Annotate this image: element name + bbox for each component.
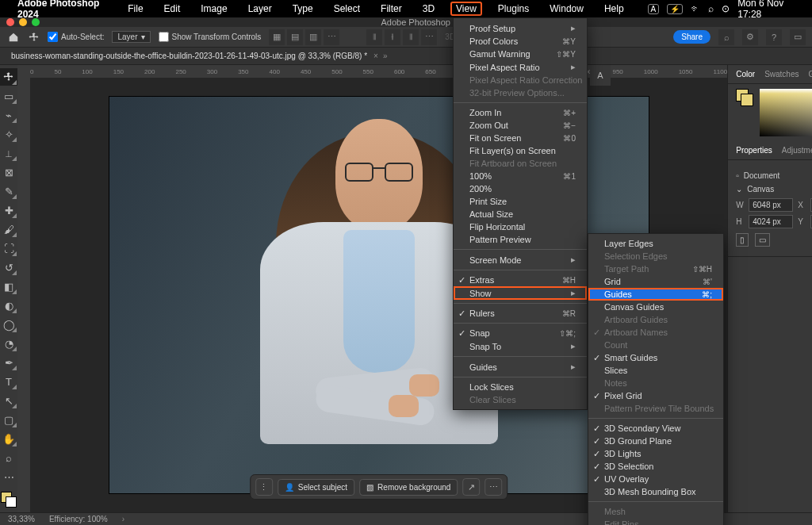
transform-icon[interactable]: ↗ bbox=[462, 478, 480, 496]
menu-item-pattern-preview[interactable]: Pattern Preview bbox=[454, 233, 587, 246]
dodge-tool-icon[interactable]: ◔ bbox=[0, 335, 17, 352]
menu-item-3d-ground-plane[interactable]: ✓3D Ground Plane bbox=[588, 435, 723, 447]
orientation-portrait-icon[interactable]: ▯ bbox=[736, 233, 749, 247]
tab-properties[interactable]: Properties bbox=[736, 146, 772, 155]
menu-item-flip-horizontal[interactable]: Flip Horizontal bbox=[454, 220, 587, 233]
menu-item-show[interactable]: Show▸ bbox=[454, 286, 587, 300]
menu-item-3d-mesh-bounding-box[interactable]: 3D Mesh Bounding Box bbox=[588, 485, 723, 498]
menubar-item-layer[interactable]: Layer bbox=[243, 2, 277, 15]
menu-item-smart-guides[interactable]: ✓Smart Guides bbox=[588, 351, 723, 364]
shape-tool-icon[interactable]: ▢ bbox=[0, 411, 17, 428]
panel-menu-icon[interactable]: ▭ bbox=[790, 29, 806, 45]
auto-select-checkbox[interactable]: Auto-Select: bbox=[48, 32, 104, 42]
height-input[interactable] bbox=[749, 215, 793, 228]
menu-item-100-[interactable]: 100%⌘1 bbox=[454, 170, 587, 182]
canvas-section[interactable]: ⌄ Canvas bbox=[736, 185, 812, 194]
menubar-item-view[interactable]: View bbox=[450, 2, 482, 16]
menubar-item-plugins[interactable]: Plugins bbox=[493, 2, 534, 15]
spotlight-icon[interactable]: ⌕ bbox=[708, 3, 714, 14]
more-icon[interactable]: ⋯ bbox=[485, 478, 502, 496]
zoom-level[interactable]: 33,33% bbox=[8, 515, 35, 523]
eraser-tool-icon[interactable]: ◧ bbox=[0, 278, 17, 295]
control-center-icon[interactable]: ⊙ bbox=[722, 3, 730, 14]
menu-item-proof-setup[interactable]: Proof Setup▸ bbox=[454, 21, 587, 35]
menu-item-grid[interactable]: Grid⌘' bbox=[588, 275, 723, 288]
color-swatch[interactable] bbox=[736, 89, 753, 106]
menu-item-extras[interactable]: ✓Extras⌘H bbox=[454, 274, 587, 286]
distribute-icon[interactable]: ⫲ bbox=[385, 29, 400, 45]
menubar-item-window[interactable]: Window bbox=[545, 2, 588, 15]
input-source-icon[interactable]: A bbox=[648, 4, 660, 14]
menu-item-gamut-warning[interactable]: Gamut Warning⇧⌘Y bbox=[454, 48, 587, 60]
gradient-tool-icon[interactable]: ◐ bbox=[0, 297, 17, 314]
menubar-item-filter[interactable]: Filter bbox=[376, 2, 407, 15]
crop-tool-icon[interactable]: ⟂ bbox=[0, 144, 17, 162]
menu-item-3d-selection[interactable]: ✓3D Selection bbox=[588, 460, 723, 473]
remove-background-button[interactable]: ▧ Remove background bbox=[359, 479, 458, 496]
help-icon[interactable]: ? bbox=[766, 29, 782, 45]
menu-item-200-[interactable]: 200% bbox=[454, 182, 587, 195]
wand-tool-icon[interactable]: ✧ bbox=[0, 125, 17, 143]
wifi-icon[interactable]: ᯤ bbox=[691, 3, 700, 14]
menu-item-3d-lights[interactable]: ✓3D Lights bbox=[588, 447, 723, 460]
tab-swatches[interactable]: Swatches bbox=[764, 70, 799, 79]
menu-item-proof-colors[interactable]: Proof Colors⌘Y bbox=[454, 35, 587, 48]
tab-adjustments[interactable]: Adjustments bbox=[782, 146, 812, 155]
blur-tool-icon[interactable]: ◯ bbox=[0, 316, 17, 333]
menu-item-actual-size[interactable]: Actual Size bbox=[454, 208, 587, 220]
move-tool-icon[interactable] bbox=[0, 68, 17, 86]
menu-item-fit-layer-s-on-screen[interactable]: Fit Layer(s) on Screen bbox=[454, 144, 587, 157]
show-transform-checkbox[interactable]: Show Transform Controls bbox=[159, 32, 262, 42]
distribute-icon[interactable]: ⋯ bbox=[421, 29, 437, 45]
menubar-item-file[interactable]: File bbox=[123, 2, 147, 15]
distribute-icon[interactable]: ⫴ bbox=[366, 29, 382, 45]
menubar-item-edit[interactable]: Edit bbox=[159, 2, 186, 15]
menu-item-layer-edges[interactable]: Layer Edges bbox=[588, 237, 723, 250]
workspace-icon[interactable]: ⚙ bbox=[742, 29, 758, 45]
orientation-landscape-icon[interactable]: ▭ bbox=[755, 233, 770, 247]
path-tool-icon[interactable]: ↖ bbox=[0, 392, 17, 409]
stamp-tool-icon[interactable]: ⛶ bbox=[0, 240, 17, 257]
menubar-item-3d[interactable]: 3D bbox=[418, 2, 439, 15]
menu-item-guides[interactable]: Guides▸ bbox=[454, 360, 587, 374]
menu-item-rulers[interactable]: ✓Rulers⌘R bbox=[454, 307, 587, 320]
menu-item-uv-overlay[interactable]: ✓UV Overlay bbox=[588, 473, 723, 485]
select-subject-button[interactable]: 👤 Select subject bbox=[278, 479, 354, 496]
menu-item-zoom-out[interactable]: Zoom Out⌘− bbox=[454, 119, 587, 132]
menu-item-zoom-in[interactable]: Zoom In⌘+ bbox=[454, 106, 587, 119]
menu-item-snap[interactable]: ✓Snap⇧⌘; bbox=[454, 327, 587, 339]
menubar-item-type[interactable]: Type bbox=[288, 2, 318, 15]
lasso-tool-icon[interactable]: ⌁ bbox=[0, 106, 17, 124]
drag-handle-icon[interactable]: ⋮ bbox=[255, 478, 273, 496]
traffic-lights[interactable] bbox=[6, 18, 40, 26]
menu-item-canvas-guides[interactable]: Canvas Guides bbox=[588, 301, 723, 313]
eyedropper-tool-icon[interactable]: ✎ bbox=[0, 182, 17, 200]
tab-color[interactable]: Color bbox=[736, 70, 755, 79]
hand-tool-icon[interactable]: ✋ bbox=[0, 430, 17, 447]
tab-gradients[interactable]: Gradients bbox=[808, 70, 812, 79]
menu-item-fit-on-screen[interactable]: Fit on Screen⌘0 bbox=[454, 132, 587, 144]
distribute-icon[interactable]: ⫴ bbox=[403, 29, 419, 45]
menubar-item-select[interactable]: Select bbox=[329, 2, 365, 15]
menu-item-lock-slices[interactable]: Lock Slices bbox=[454, 381, 587, 393]
zoom-tool-icon[interactable]: ⌕ bbox=[0, 449, 17, 466]
history-brush-tool-icon[interactable]: ↺ bbox=[0, 259, 17, 276]
frame-tool-icon[interactable]: ⊠ bbox=[0, 163, 17, 181]
pen-tool-icon[interactable]: ✒ bbox=[0, 354, 17, 371]
color-swatch-tool[interactable] bbox=[1, 492, 17, 508]
menu-item-pixel-aspect-ratio[interactable]: Pixel Aspect Ratio▸ bbox=[454, 60, 587, 74]
type-tool-icon[interactable]: T bbox=[0, 373, 17, 390]
menu-item-slices[interactable]: Slices bbox=[588, 364, 723, 377]
menu-item-print-size[interactable]: Print Size bbox=[454, 195, 587, 208]
menu-item-guides[interactable]: Guides⌘; bbox=[588, 288, 723, 301]
search-icon[interactable]: ⌕ bbox=[718, 29, 734, 45]
align-icon[interactable]: ⋯ bbox=[324, 29, 339, 45]
align-icon[interactable]: ▤ bbox=[287, 29, 303, 45]
auto-select-target-dropdown[interactable]: Layer▾ bbox=[112, 31, 150, 43]
align-icon[interactable]: ▦ bbox=[269, 29, 285, 45]
menu-item-screen-mode[interactable]: Screen Mode▸ bbox=[454, 253, 587, 266]
heal-tool-icon[interactable]: ✚ bbox=[0, 201, 17, 219]
menubar-item-image[interactable]: Image bbox=[196, 2, 232, 15]
marquee-tool-icon[interactable]: ▭ bbox=[0, 87, 17, 105]
character-panel-icon[interactable]: A bbox=[590, 65, 611, 86]
